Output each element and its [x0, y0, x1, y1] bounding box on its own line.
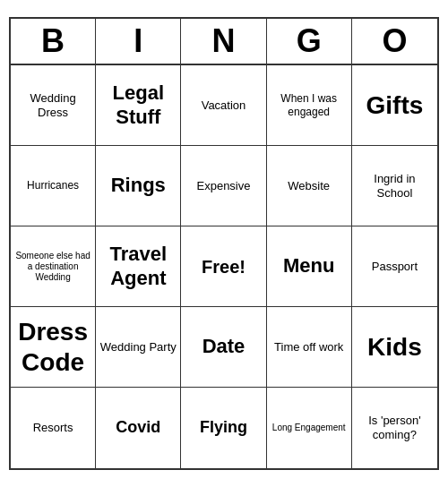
- bingo-card: BINGO Wedding DressLegal StuffVacationWh…: [9, 17, 439, 470]
- bingo-cell-21: Covid: [96, 388, 181, 468]
- bingo-cell-0: Wedding Dress: [11, 65, 96, 146]
- header-letter-n: N: [181, 19, 266, 64]
- bingo-cell-15: Dress Code: [11, 307, 96, 388]
- bingo-cell-23: Long Engagement: [267, 388, 352, 468]
- bingo-cell-16: Wedding Party: [96, 307, 181, 388]
- bingo-cell-12: Free!: [181, 226, 266, 307]
- bingo-cell-11: Travel Agent: [96, 226, 181, 307]
- bingo-cell-14: Passport: [352, 226, 437, 307]
- bingo-cell-1: Legal Stuff: [96, 65, 181, 146]
- bingo-cell-6: Rings: [96, 146, 181, 226]
- bingo-cell-4: Gifts: [352, 65, 437, 146]
- bingo-cell-18: Time off work: [267, 307, 352, 388]
- bingo-cell-24: Is 'person' coming?: [352, 388, 437, 468]
- bingo-cell-13: Menu: [267, 226, 352, 307]
- header-letter-b: B: [11, 19, 96, 64]
- bingo-cell-17: Date: [181, 307, 266, 388]
- bingo-cell-5: Hurricanes: [11, 146, 96, 226]
- header-letter-o: O: [352, 19, 437, 64]
- bingo-cell-19: Kids: [352, 307, 437, 388]
- bingo-cell-3: When I was engaged: [267, 65, 352, 146]
- bingo-cell-7: Expensive: [181, 146, 266, 226]
- bingo-header: BINGO: [11, 19, 437, 65]
- bingo-cell-9: Ingrid in School: [352, 146, 437, 226]
- bingo-cell-22: Flying: [181, 388, 266, 468]
- header-letter-i: I: [96, 19, 181, 64]
- bingo-grid: Wedding DressLegal StuffVacationWhen I w…: [11, 65, 437, 468]
- bingo-cell-2: Vacation: [181, 65, 266, 146]
- bingo-cell-20: Resorts: [11, 388, 96, 468]
- bingo-cell-10: Someone else had a destination Wedding: [11, 226, 96, 307]
- header-letter-g: G: [267, 19, 352, 64]
- bingo-cell-8: Website: [267, 146, 352, 226]
